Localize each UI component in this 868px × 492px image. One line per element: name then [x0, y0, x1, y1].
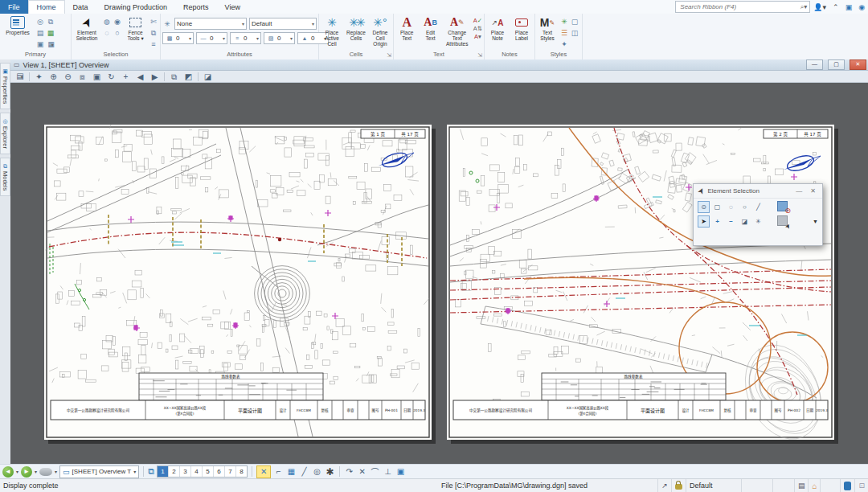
view-next-icon[interactable]: ▶	[149, 72, 160, 82]
dialog-expand-icon[interactable]: ▼	[813, 219, 818, 224]
spell-check-icon[interactable]: A✓	[473, 17, 482, 24]
selection-info-icon[interactable]: ⊡	[858, 482, 865, 490]
drawing-canvas[interactable]: 路线参数表	[10, 83, 868, 464]
text-case-icon[interactable]: A⇅	[473, 25, 482, 32]
clear-selection-button[interactable]: ✕	[256, 465, 271, 478]
region-select-icon[interactable]: ▣	[395, 467, 406, 476]
back-button[interactable]: ◄	[2, 466, 14, 478]
place-active-cell-button[interactable]: ✳ Place Active Cell	[321, 15, 343, 47]
back-dropdown-icon[interactable]: ▾	[16, 469, 18, 474]
dialog-close-button[interactable]: ✕	[808, 187, 818, 195]
sidebar-item-explorer[interactable]: ◎Explorer	[0, 113, 10, 154]
paste-icon[interactable]: ≡	[149, 39, 158, 49]
element-templates-icon[interactable]: ▢	[570, 17, 579, 27]
intersect-snap-icon[interactable]: ✕	[357, 467, 367, 476]
rotate-view-icon[interactable]: ↻	[106, 72, 117, 82]
window-icon[interactable]: ▣	[35, 39, 45, 49]
text-tools-icon[interactable]: A▾	[473, 33, 482, 40]
view-7-button[interactable]: 7	[225, 466, 236, 477]
change-text-attributes-button[interactable]: A✎ Change Text Attributes	[443, 15, 472, 47]
place-note-button[interactable]: ↗A Place Note	[486, 15, 509, 41]
view-8-button[interactable]: 8	[236, 466, 247, 477]
search-input[interactable]	[678, 2, 800, 11]
forward-dropdown-icon[interactable]: ▾	[35, 469, 37, 474]
element-selection-dialog[interactable]: ➤ Element Selection — ✕ ⊙ ▢ ◌ ○ ╱ ⊘ ➤ + …	[693, 183, 823, 246]
sketch-icon[interactable]: ╱	[299, 467, 309, 476]
invert-selection-icon[interactable]: ◪	[739, 215, 751, 228]
sidebar-item-models[interactable]: ⧉Models	[0, 158, 10, 196]
settings-gear-icon[interactable]: ✱	[325, 466, 335, 478]
zoom-out-icon[interactable]: ⊖	[63, 72, 73, 82]
edit-text-button[interactable]: AB Edit Text	[420, 15, 440, 41]
select-pointer-icon[interactable]: ➤	[698, 215, 710, 228]
perpendicular-snap-icon[interactable]: ⊥	[383, 467, 393, 476]
accusnap-icon[interactable]: ◎	[312, 467, 322, 476]
collapse-ribbon-icon[interactable]: ⌃	[829, 0, 842, 14]
line-style-select[interactable]: — 0▾	[196, 32, 227, 44]
tab-view[interactable]: View	[217, 0, 248, 14]
view-5-button[interactable]: 5	[203, 466, 214, 477]
view-previous-icon[interactable]: ◀	[135, 72, 145, 82]
properties-button[interactable]: Properties	[2, 15, 34, 35]
sheet-status-icon[interactable]: ▤	[798, 482, 805, 490]
multiline-styles-icon[interactable]: ☰	[559, 28, 569, 38]
new-selection-icon[interactable]: ⊘	[777, 201, 789, 213]
tab-drawing-production[interactable]: Drawing Production	[96, 0, 176, 14]
define-cell-origin-button[interactable]: ✳° Define Cell Origin	[369, 15, 391, 47]
clip-mask-icon[interactable]: ◪	[203, 72, 213, 82]
view-restore-button[interactable]: ▢	[828, 59, 845, 70]
clear-selection-icon[interactable]: ➤	[777, 215, 789, 228]
select-circle-icon[interactable]: ◍	[102, 17, 112, 27]
help-icon[interactable]: ◉	[855, 0, 868, 14]
view-1-button[interactable]: 1	[158, 466, 169, 477]
history-dropdown-icon[interactable]: ▾	[55, 469, 57, 474]
pan-view-icon[interactable]: +	[121, 72, 131, 82]
select-block-icon[interactable]: ▢	[711, 201, 723, 213]
select-shape-icon[interactable]: ◌	[102, 28, 112, 38]
view-toggles-icon[interactable]: ⧉	[148, 466, 154, 477]
view-2-button[interactable]: 2	[169, 466, 180, 477]
view-4-button[interactable]: 4	[191, 466, 203, 477]
explorer-icon[interactable]: ◎	[35, 17, 45, 27]
fit-view-icon[interactable]: ▣	[92, 72, 102, 82]
select-all-icon[interactable]: ✳	[752, 215, 764, 228]
text-styles-button[interactable]: M✎ Text Styles	[537, 15, 558, 41]
select-line-icon[interactable]: ○	[113, 28, 122, 38]
view-3-button[interactable]: 3	[180, 466, 191, 477]
element-selection-button[interactable]: ➤ Element Selection	[73, 15, 100, 41]
dialog-titlebar[interactable]: ➤ Element Selection — ✕	[694, 184, 822, 199]
view-minimize-button[interactable]: —	[806, 59, 823, 70]
connect-icon[interactable]: ▣	[842, 0, 856, 14]
select-circle-icon[interactable]: ○	[739, 201, 751, 213]
tab-reports[interactable]: Reports	[175, 0, 217, 14]
transparency-select[interactable]: ▨ 0▾	[264, 32, 295, 44]
zoom-in-icon[interactable]: ⊕	[48, 72, 59, 82]
arc-snap-icon[interactable]: ⌒	[370, 465, 380, 478]
dimension-styles-icon[interactable]: ✳	[559, 17, 569, 27]
pen-mode-icon[interactable]: ↗	[661, 482, 668, 490]
user-icon[interactable]: 👤▾	[810, 0, 829, 14]
accudraw-icon[interactable]: ▦	[286, 467, 297, 476]
sheet-2[interactable]: 路线参数表	[447, 125, 834, 440]
references-icon[interactable]: ▦	[46, 28, 55, 38]
models-icon[interactable]: ⧉	[46, 17, 55, 27]
active-color-select[interactable]: ▩ 0▾	[162, 32, 194, 44]
tab-home[interactable]: Home	[28, 0, 65, 14]
replace-cells-button[interactable]: ✳✳ Replace Cells	[345, 15, 367, 41]
view-attributes-icon[interactable]: ▤▾	[14, 71, 25, 83]
lock-icon[interactable]	[675, 484, 682, 490]
curve-snap-icon[interactable]: ↷	[344, 467, 354, 476]
clipboard-icon[interactable]: ▤	[35, 28, 45, 38]
place-label-button[interactable]: Place Label	[510, 15, 533, 41]
select-shape-icon[interactable]: ◌	[725, 201, 737, 213]
subtract-selection-icon[interactable]: −	[725, 215, 737, 228]
line-weight-select[interactable]: ≡ 0▾	[230, 32, 261, 44]
place-text-button[interactable]: A Place Text	[395, 15, 418, 41]
clip-volume-icon[interactable]: ◩	[183, 72, 194, 82]
copy-view-icon[interactable]: ⧉	[169, 72, 179, 82]
cut-icon[interactable]: ✄	[149, 17, 158, 27]
snap-mode-icon[interactable]: ⌐	[273, 467, 284, 476]
tab-file[interactable]: File	[0, 0, 28, 14]
sidebar-item-properties[interactable]: ▣Properties	[0, 63, 10, 109]
add-selection-icon[interactable]: +	[711, 215, 723, 228]
